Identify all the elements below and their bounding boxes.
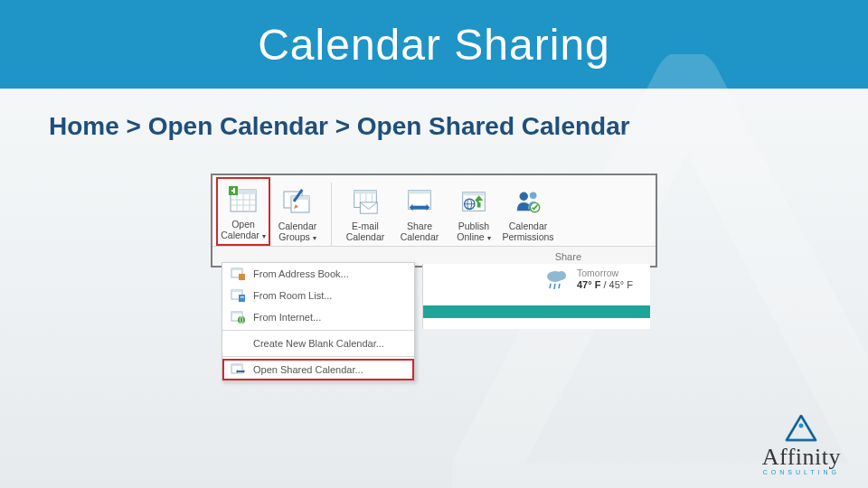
svg-point-62 — [799, 424, 804, 428]
svg-point-56 — [557, 271, 566, 280]
caret-down-icon: ▾ — [262, 232, 266, 240]
calendar-groups-button[interactable]: Calendar Groups ▾ — [270, 181, 325, 246]
svg-rect-45 — [242, 296, 244, 298]
affinity-logo-sub: CONSULTING — [762, 469, 841, 475]
svg-rect-51 — [231, 364, 242, 366]
dropdown-open-shared-calendar[interactable]: Open Shared Calendar... — [222, 359, 414, 380]
svg-line-58 — [554, 284, 555, 289]
svg-rect-47 — [231, 312, 242, 314]
calendar-groups-label-1: Calendar — [278, 221, 317, 231]
publish-online-icon — [458, 183, 489, 219]
email-calendar-icon — [350, 183, 381, 219]
calendar-permissions-label-2: Permissions — [502, 231, 553, 242]
weather-teal-strip — [423, 305, 650, 318]
affinity-logo-word: Affinity — [762, 444, 841, 471]
calendar-groups-icon — [281, 183, 314, 219]
publish-online-label-2: Online — [457, 231, 484, 242]
room-list-icon — [230, 288, 246, 303]
dropdown-from-address-book[interactable]: From Address Book... — [222, 263, 414, 285]
dropdown-create-blank-label: Create New Blank Calendar... — [253, 338, 384, 349]
slide-title-bar: Calendar Sharing — [0, 0, 868, 89]
rain-icon — [544, 267, 570, 291]
ribbon-group-label: Share — [555, 251, 581, 262]
calendar-permissions-label-1: Calendar — [509, 221, 548, 231]
svg-rect-13 — [291, 196, 309, 200]
email-calendar-label-2: Calendar — [346, 231, 385, 242]
svg-rect-42 — [231, 290, 242, 292]
svg-rect-28 — [463, 192, 486, 196]
open-calendar-dropdown: From Address Book... From Room List... F… — [222, 262, 415, 381]
svg-marker-54 — [243, 370, 245, 373]
caret-down-icon: ▾ — [313, 234, 316, 242]
address-book-icon — [230, 267, 246, 281]
svg-rect-40 — [239, 274, 245, 280]
share-calendar-icon — [404, 183, 435, 219]
calendar-groups-label-2: Groups — [278, 231, 309, 242]
email-calendar-label-1: E-mail — [352, 221, 379, 231]
affinity-logo: Affinity CONSULTING — [762, 415, 841, 475]
svg-rect-33 — [477, 202, 481, 208]
publish-online-label-1: Publish — [458, 221, 489, 231]
calendar-permissions-button[interactable]: Calendar Permissions — [501, 181, 555, 246]
dropdown-from-room-list[interactable]: From Room List... — [222, 285, 414, 306]
svg-rect-39 — [231, 268, 242, 270]
weather-day: Tomorrow — [577, 267, 633, 279]
outlook-ribbon-screenshot: Open Calendar ▾ Calendar Groups ▾ — [211, 174, 657, 267]
weather-hi: 47° F — [577, 279, 600, 290]
weather-panel: Tomorrow 47° F / 45° F — [422, 264, 650, 329]
share-calendar-button[interactable]: Share Calendar — [392, 181, 447, 246]
blank-icon — [230, 336, 246, 351]
weather-text: Tomorrow 47° F / 45° F — [577, 267, 633, 291]
shared-calendar-icon — [230, 362, 246, 377]
open-calendar-icon — [227, 181, 259, 217]
svg-rect-43 — [239, 295, 245, 302]
svg-rect-52 — [237, 371, 244, 372]
open-calendar-label-2: Calendar — [221, 230, 259, 240]
slide-title: Calendar Sharing — [258, 20, 610, 70]
caret-down-icon: ▾ — [487, 234, 491, 242]
dropdown-divider — [222, 330, 414, 331]
dropdown-from-internet-label: From Internet... — [253, 312, 321, 323]
calendar-permissions-icon — [513, 183, 543, 219]
weather-lo: 45° F — [609, 279, 633, 290]
dropdown-divider — [222, 356, 414, 357]
svg-point-35 — [520, 192, 528, 201]
share-calendar-label-1: Share — [407, 221, 432, 231]
svg-rect-23 — [409, 191, 431, 194]
ribbon-button-row: Open Calendar ▾ Calendar Groups ▾ — [212, 175, 656, 246]
svg-point-48 — [238, 316, 245, 324]
internet-icon — [230, 310, 246, 324]
svg-rect-24 — [412, 206, 428, 210]
svg-rect-17 — [354, 191, 377, 194]
open-calendar-button[interactable]: Open Calendar ▾ — [216, 177, 270, 246]
svg-line-59 — [559, 284, 560, 288]
email-calendar-button[interactable]: E-mail Calendar — [338, 181, 392, 246]
dropdown-create-blank[interactable]: Create New Blank Calendar... — [222, 333, 414, 354]
open-calendar-label-1: Open — [231, 219, 255, 230]
share-calendar-label-2: Calendar — [401, 231, 439, 242]
dropdown-open-shared-calendar-label: Open Shared Calendar... — [253, 364, 363, 375]
dropdown-from-room-list-label: From Room List... — [253, 290, 332, 301]
svg-line-57 — [550, 284, 551, 288]
dropdown-from-address-book-label: From Address Book... — [253, 268, 349, 279]
dropdown-from-internet[interactable]: From Internet... — [222, 306, 414, 328]
breadcrumb: Home > Open Calendar > Open Shared Calen… — [0, 89, 868, 150]
publish-online-button[interactable]: Publish Online ▾ — [447, 181, 501, 246]
svg-point-36 — [530, 192, 537, 200]
ribbon-separator — [331, 183, 332, 246]
svg-rect-10 — [233, 188, 235, 193]
affinity-logo-mark — [762, 415, 841, 442]
svg-rect-44 — [241, 296, 242, 298]
